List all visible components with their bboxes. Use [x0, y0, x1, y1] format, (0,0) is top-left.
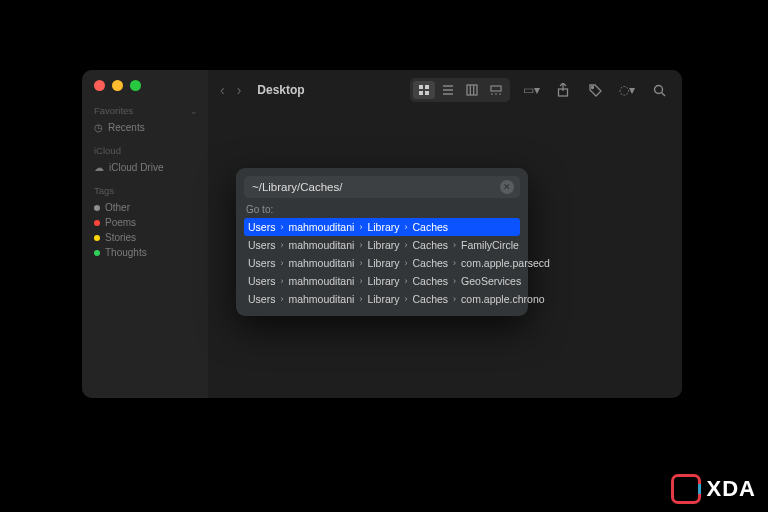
svg-rect-1	[425, 85, 429, 89]
chevron-right-icon: ›	[453, 240, 456, 250]
sidebar-section-tags: Tags	[94, 185, 198, 196]
clear-input-button[interactable]: ✕	[500, 180, 514, 194]
view-switcher	[410, 78, 510, 102]
search-button[interactable]	[648, 81, 670, 99]
action-button[interactable]: ◌▾	[616, 81, 638, 99]
chevron-right-icon: ›	[359, 222, 362, 232]
path-segment: com.apple.parsecd	[461, 257, 550, 269]
path-input[interactable]	[250, 180, 500, 194]
chevron-right-icon: ›	[359, 258, 362, 268]
sidebar-item-label: Other	[105, 202, 130, 213]
sidebar-item-icloud-drive[interactable]: ☁ iCloud Drive	[94, 160, 198, 175]
chevron-right-icon: ›	[280, 294, 283, 304]
x-icon: ✕	[503, 182, 511, 192]
path-segment: GeoServices	[461, 275, 521, 287]
tag-color-icon	[94, 205, 100, 211]
sidebar-item-label: Recents	[108, 122, 145, 133]
sidebar-tag-item[interactable]: Other	[94, 200, 198, 215]
window-controls	[94, 80, 198, 91]
gallery-view-button[interactable]	[485, 81, 507, 99]
path-segment: Users	[248, 257, 275, 269]
chevron-right-icon: ›	[359, 294, 362, 304]
tags-label: Tags	[94, 185, 114, 196]
sidebar-section-icloud: iCloud	[94, 145, 198, 156]
column-view-button[interactable]	[461, 81, 483, 99]
path-segment: Library	[367, 257, 399, 269]
path-segment: Users	[248, 239, 275, 251]
suggestion-list: Users›mahmouditani›Library›CachesUsers›m…	[244, 218, 520, 308]
svg-point-15	[591, 86, 593, 88]
path-segment: FamilyCircle	[461, 239, 519, 251]
path-suggestion[interactable]: Users›mahmouditani›Library›Caches	[244, 218, 520, 236]
sidebar-tag-item[interactable]: Thoughts	[94, 245, 198, 260]
forward-button[interactable]: ›	[237, 82, 242, 98]
chevron-right-icon: ›	[404, 258, 407, 268]
clock-icon: ◷	[94, 122, 103, 133]
path-segment: Users	[248, 221, 275, 233]
icon-view-button[interactable]	[413, 81, 435, 99]
sidebar-item-label: Stories	[105, 232, 136, 243]
sidebar-tag-item[interactable]: Stories	[94, 230, 198, 245]
path-segment: mahmouditani	[288, 293, 354, 305]
path-segment: mahmouditani	[288, 275, 354, 287]
sidebar-item-label: Poems	[105, 217, 136, 228]
chevron-right-icon: ›	[404, 240, 407, 250]
path-segment: mahmouditani	[288, 257, 354, 269]
sidebar: Favorites ⌄ ◷ Recents iCloud ☁ iCloud Dr…	[82, 70, 208, 398]
watermark: XDA	[671, 474, 756, 504]
chevron-right-icon: ›	[280, 222, 283, 232]
svg-rect-0	[419, 85, 423, 89]
chevron-right-icon: ›	[453, 294, 456, 304]
svg-point-16	[654, 85, 662, 93]
list-view-button[interactable]	[437, 81, 459, 99]
tag-color-icon	[94, 220, 100, 226]
path-segment: Library	[367, 221, 399, 233]
favorites-label: Favorites	[94, 105, 133, 116]
path-segment: mahmouditani	[288, 239, 354, 251]
path-segment: Caches	[412, 257, 448, 269]
path-suggestion[interactable]: Users›mahmouditani›Library›Caches›GeoSer…	[244, 272, 520, 290]
path-segment: Caches	[412, 221, 448, 233]
path-segment: Library	[367, 275, 399, 287]
path-suggestion[interactable]: Users›mahmouditani›Library›Caches›com.ap…	[244, 254, 520, 272]
svg-rect-3	[425, 91, 429, 95]
cloud-icon: ☁	[94, 162, 104, 173]
path-suggestion[interactable]: Users›mahmouditani›Library›Caches›com.ap…	[244, 290, 520, 308]
group-by-button[interactable]: ▭▾	[520, 81, 542, 99]
toolbar: ‹ › Desktop ▭▾	[208, 70, 682, 110]
sidebar-item-recents[interactable]: ◷ Recents	[94, 120, 198, 135]
watermark-text: XDA	[707, 476, 756, 502]
path-segment: Caches	[412, 275, 448, 287]
close-window-button[interactable]	[94, 80, 105, 91]
tags-button[interactable]	[584, 81, 606, 99]
minimize-window-button[interactable]	[112, 80, 123, 91]
go-to-folder-dialog: ✕ Go to: Users›mahmouditani›Library›Cach…	[236, 168, 528, 316]
path-segment: com.apple.chrono	[461, 293, 544, 305]
path-segment: Caches	[412, 293, 448, 305]
svg-rect-2	[419, 91, 423, 95]
path-input-row: ✕	[244, 176, 520, 198]
svg-line-17	[661, 92, 665, 96]
sidebar-item-label: iCloud Drive	[109, 162, 163, 173]
fullscreen-window-button[interactable]	[130, 80, 141, 91]
share-button[interactable]	[552, 81, 574, 99]
path-suggestion[interactable]: Users›mahmouditani›Library›Caches›Family…	[244, 236, 520, 254]
icloud-label: iCloud	[94, 145, 121, 156]
path-segment: Library	[367, 293, 399, 305]
chevron-right-icon: ›	[453, 258, 456, 268]
chevron-down-icon[interactable]: ⌄	[190, 106, 198, 116]
chevron-right-icon: ›	[359, 276, 362, 286]
sidebar-section-favorites: Favorites ⌄	[94, 105, 198, 116]
svg-rect-10	[491, 86, 501, 91]
path-segment: Caches	[412, 239, 448, 251]
path-segment: Library	[367, 239, 399, 251]
xda-logo-icon	[671, 474, 701, 504]
chevron-right-icon: ›	[404, 294, 407, 304]
sidebar-tag-item[interactable]: Poems	[94, 215, 198, 230]
chevron-right-icon: ›	[280, 258, 283, 268]
window-title: Desktop	[257, 83, 304, 97]
back-button[interactable]: ‹	[220, 82, 225, 98]
chevron-right-icon: ›	[404, 276, 407, 286]
chevron-right-icon: ›	[453, 276, 456, 286]
tag-color-icon	[94, 235, 100, 241]
